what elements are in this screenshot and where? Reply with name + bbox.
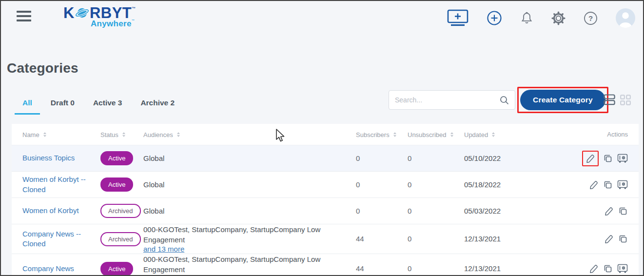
svg-text:?: ? bbox=[588, 14, 593, 22]
column-unsubscribed: Unsubscribed bbox=[408, 131, 453, 138]
audiences-text: Global bbox=[143, 180, 164, 189]
sort-icon[interactable] bbox=[450, 132, 453, 137]
sort-icon[interactable] bbox=[393, 132, 396, 137]
add-display-icon[interactable] bbox=[447, 9, 468, 27]
updated-date: 05/03/2022 bbox=[464, 207, 501, 215]
tab-draft[interactable]: Draft 0 bbox=[43, 97, 82, 115]
edit-button-highlight bbox=[582, 151, 599, 166]
topbar-icons: ? bbox=[447, 1, 635, 35]
column-updated: Updated bbox=[464, 131, 495, 138]
clone-copy-icon[interactable] bbox=[603, 154, 613, 163]
edit-pencil-icon[interactable] bbox=[604, 234, 614, 244]
subscribers-count: 0 bbox=[356, 207, 360, 215]
archive-safe-icon[interactable] bbox=[617, 154, 628, 163]
search-icon[interactable] bbox=[500, 96, 509, 105]
column-name: Name bbox=[22, 131, 46, 138]
subscribers-count: 44 bbox=[356, 264, 364, 273]
create-category-highlight: Create Category bbox=[517, 87, 608, 113]
column-audiences: Audiences bbox=[143, 131, 180, 138]
column-status: Status bbox=[100, 131, 125, 138]
grid-view-icon[interactable] bbox=[620, 95, 631, 105]
tabs: All Draft 0 Active 3 Archive 2 bbox=[15, 97, 182, 115]
status-badge: Active bbox=[100, 177, 133, 192]
subscribers-count: 0 bbox=[356, 180, 360, 189]
table-row: Business Topics Active Global 0 0 05/10/… bbox=[12, 145, 639, 172]
category-name-link[interactable]: Company News -- Cloned bbox=[22, 229, 96, 249]
settings-gear-icon[interactable] bbox=[551, 11, 566, 25]
updated-date: 05/10/2022 bbox=[464, 154, 501, 162]
sort-icon[interactable] bbox=[177, 132, 180, 137]
subscribers-count: 44 bbox=[356, 235, 364, 243]
hamburger-menu-button[interactable] bbox=[17, 10, 32, 22]
clone-copy-icon[interactable] bbox=[618, 206, 628, 216]
view-toggles bbox=[604, 94, 631, 105]
categories-table: Name Status Audiences Subscribers Unsubs… bbox=[12, 124, 639, 276]
search-input[interactable] bbox=[395, 96, 500, 104]
category-name-link[interactable]: Business Topics bbox=[22, 153, 75, 163]
table-row: Women of Korbyt -- Cloned Active Global … bbox=[12, 172, 639, 198]
edit-pencil-icon[interactable] bbox=[589, 180, 599, 190]
logo-rbyt: RBYT bbox=[90, 5, 132, 20]
status-badge: Archived bbox=[100, 204, 141, 218]
help-icon[interactable]: ? bbox=[584, 11, 598, 25]
clone-copy-icon[interactable] bbox=[603, 180, 613, 190]
archive-safe-icon[interactable] bbox=[617, 264, 628, 274]
updated-date: 05/18/2022 bbox=[464, 180, 501, 189]
audiences-text: Global bbox=[143, 207, 164, 215]
page-title: Categories bbox=[7, 60, 78, 76]
audiences-text: 000-KGOTest, StartupCompany, StartupComp… bbox=[143, 255, 320, 274]
updated-date: 12/13/2021 bbox=[464, 235, 501, 243]
logo-k: K bbox=[63, 5, 75, 20]
edit-pencil-icon[interactable] bbox=[604, 206, 614, 216]
table-row: Company News -- Cloned Archived 000-KGOT… bbox=[12, 224, 639, 254]
column-subscribers: Subscribers bbox=[356, 131, 396, 138]
sort-icon[interactable] bbox=[43, 132, 46, 137]
status-badge: Active bbox=[100, 151, 133, 165]
unsubscribed-count: 0 bbox=[408, 235, 411, 243]
unsubscribed-count: 0 bbox=[408, 154, 411, 162]
logo-anywhere: Anywhere™ bbox=[91, 19, 136, 29]
list-view-icon[interactable] bbox=[604, 94, 615, 105]
clone-copy-icon[interactable] bbox=[618, 234, 628, 244]
category-name-link[interactable]: Women of Korbyt -- Cloned bbox=[22, 175, 96, 195]
category-name-link[interactable]: Company News bbox=[22, 264, 74, 274]
logo-wordmark: K RBYT ™ bbox=[63, 5, 136, 20]
tab-all[interactable]: All bbox=[15, 97, 40, 115]
subscribers-count: 0 bbox=[356, 154, 360, 162]
user-avatar[interactable] bbox=[616, 8, 635, 28]
korbyt-logo[interactable]: K RBYT ™ Anywhere™ bbox=[63, 5, 136, 29]
tab-archive[interactable]: Archive 2 bbox=[133, 97, 182, 115]
notifications-bell-icon[interactable] bbox=[520, 11, 533, 25]
clone-copy-icon[interactable] bbox=[603, 264, 613, 274]
category-name-link[interactable]: Women of Korbyt bbox=[22, 206, 79, 216]
create-plus-icon[interactable] bbox=[487, 10, 502, 26]
audiences-text: Global bbox=[143, 154, 164, 162]
archive-safe-icon[interactable] bbox=[617, 180, 628, 190]
column-actions: Actions bbox=[607, 131, 628, 138]
audiences-text: 000-KGOTest, StartupCompany, StartupComp… bbox=[143, 225, 320, 244]
unsubscribed-count: 0 bbox=[408, 207, 411, 215]
table-row: Women of Korbyt Archived Global 0 0 05/0… bbox=[12, 198, 639, 224]
topbar: K RBYT ™ Anywhere™ bbox=[1, 1, 643, 35]
unsubscribed-count: 0 bbox=[408, 180, 411, 189]
updated-date: 12/13/2021 bbox=[464, 264, 501, 273]
unsubscribed-count: 0 bbox=[408, 264, 411, 273]
table-row: Company News Active 000-KGOTest, Startup… bbox=[12, 254, 639, 276]
audiences-more-link[interactable]: and 13 more bbox=[143, 245, 184, 253]
app-window: K RBYT ™ Anywhere™ bbox=[0, 0, 644, 276]
create-category-button[interactable]: Create Category bbox=[520, 90, 605, 110]
table-header-row: Name Status Audiences Subscribers Unsubs… bbox=[12, 124, 639, 145]
sort-icon[interactable] bbox=[122, 132, 125, 137]
edit-pencil-icon[interactable] bbox=[585, 154, 595, 163]
sort-icon[interactable] bbox=[492, 132, 495, 137]
planet-icon bbox=[75, 6, 89, 20]
search-box bbox=[389, 90, 515, 110]
status-badge: Archived bbox=[100, 232, 141, 246]
logo-trademark: ™ bbox=[132, 7, 136, 11]
tab-active[interactable]: Active 3 bbox=[85, 97, 130, 115]
status-badge: Active bbox=[100, 262, 133, 276]
edit-pencil-icon[interactable] bbox=[589, 264, 599, 274]
